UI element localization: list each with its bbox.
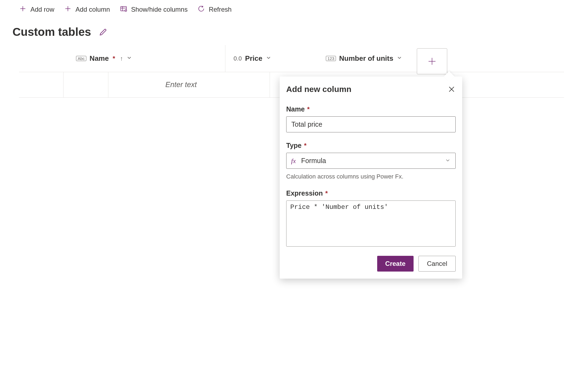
type-field-label: Type * <box>286 142 456 149</box>
add-row-label: Add row <box>30 6 54 13</box>
row-selector-gutter[interactable] <box>19 72 64 97</box>
expr-label-text: Expression <box>286 189 323 197</box>
type-field-block: Type * fx Formula Calculation across col… <box>286 142 456 180</box>
refresh-label: Refresh <box>209 6 232 13</box>
cancel-button[interactable]: Cancel <box>418 256 456 272</box>
refresh-button[interactable]: Refresh <box>197 5 232 14</box>
svg-point-8 <box>125 10 126 11</box>
title-row: Custom tables <box>0 19 583 45</box>
required-star: * <box>325 190 328 197</box>
type-label-text: Type <box>286 142 302 149</box>
decimal-type-icon: 0.0 <box>234 55 242 62</box>
add-column-label: Add column <box>75 6 110 13</box>
show-hide-columns-button[interactable]: Show/hide columns <box>120 5 188 14</box>
page-title: Custom tables <box>12 26 91 39</box>
close-icon[interactable] <box>448 85 456 93</box>
column-header-price[interactable]: 0.0 Price <box>225 45 318 72</box>
columns-icon <box>120 5 127 14</box>
expression-field-label: Expression * <box>286 189 456 197</box>
column-header-units[interactable]: 123 Number of units <box>318 45 429 72</box>
edit-icon[interactable] <box>99 27 108 37</box>
add-column-plus-button[interactable] <box>417 48 447 74</box>
sort-asc-icon: ↑ <box>120 55 123 62</box>
required-star: * <box>304 142 306 149</box>
refresh-icon <box>197 5 205 14</box>
type-selected-value: Formula <box>301 157 326 165</box>
column-type-select[interactable]: Formula <box>286 153 456 169</box>
fx-icon: fx <box>291 157 296 164</box>
chevron-down-icon <box>266 54 272 63</box>
toolbar: Add row Add column Show/hide columns <box>0 0 583 19</box>
name-field-block: Name * <box>286 105 456 132</box>
plus-icon <box>19 5 27 14</box>
add-column-button[interactable]: Add column <box>64 5 110 14</box>
create-button[interactable]: Create <box>377 256 414 272</box>
column-name-label: Name <box>90 54 109 63</box>
required-star: * <box>307 106 310 113</box>
column-price-label: Price <box>245 54 263 63</box>
expression-field-block: Expression * <box>286 189 456 248</box>
name-label-text: Name <box>286 105 305 113</box>
chevron-down-icon <box>396 54 402 63</box>
required-star: * <box>113 55 115 62</box>
name-input-cell[interactable]: Enter text <box>108 72 270 97</box>
popup-footer: Create Cancel <box>286 256 456 272</box>
expression-input[interactable] <box>286 200 456 247</box>
column-header-name[interactable]: Abc Name * ↑ <box>19 45 225 72</box>
integer-type-icon: 123 <box>326 56 336 61</box>
type-helper-text: Calculation across columns using Power F… <box>286 173 456 180</box>
abc-type-icon: Abc <box>76 56 86 61</box>
table-header: Abc Name * ↑ 0.0 Price 123 Number of uni… <box>19 45 564 72</box>
show-hide-label: Show/hide columns <box>131 6 188 13</box>
name-placeholder: Enter text <box>165 81 197 89</box>
popup-title: Add new column <box>286 85 351 94</box>
add-row-button[interactable]: Add row <box>19 5 54 14</box>
chevron-down-icon <box>126 54 132 63</box>
plus-icon <box>64 5 72 14</box>
column-name-input[interactable] <box>286 116 456 132</box>
chevron-down-icon <box>445 157 451 164</box>
add-column-popup: Add new column Name * Type * fx Formula <box>280 77 462 279</box>
name-field-label: Name * <box>286 105 456 113</box>
column-units-label: Number of units <box>339 54 393 63</box>
